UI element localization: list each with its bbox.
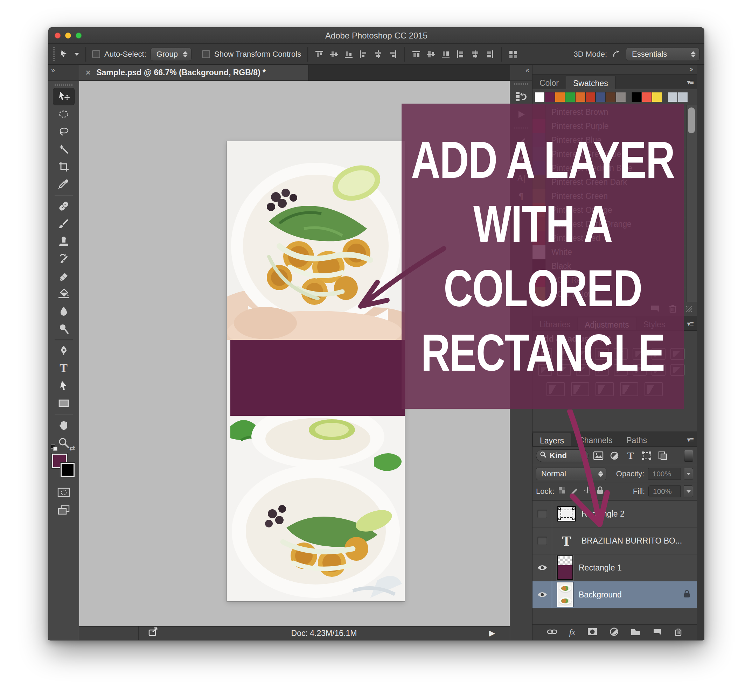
tab-layers[interactable]: Layers bbox=[533, 433, 571, 446]
filter-shape-layers-icon[interactable] bbox=[640, 450, 653, 461]
dock-collapse[interactable]: « bbox=[510, 65, 532, 81]
distribute-left-edges-icon[interactable] bbox=[455, 49, 466, 59]
lock-pixels-icon[interactable] bbox=[571, 486, 578, 496]
tool-history-brush[interactable] bbox=[53, 250, 75, 267]
align-right-edges-icon[interactable] bbox=[388, 49, 398, 59]
align-bottom-edges-icon[interactable] bbox=[343, 49, 354, 59]
tool-crop[interactable] bbox=[53, 158, 75, 175]
move-tool-options-icon[interactable] bbox=[59, 49, 70, 59]
swatch-chip[interactable] bbox=[595, 92, 606, 102]
tool-pen[interactable] bbox=[53, 342, 75, 359]
text-layer-thumbnail[interactable]: T bbox=[557, 533, 576, 549]
tab-channels[interactable]: Channels bbox=[571, 433, 619, 446]
tool-preset-caret-icon[interactable] bbox=[74, 53, 79, 56]
swatch-chip[interactable] bbox=[565, 92, 575, 102]
swatch-chip[interactable] bbox=[585, 92, 595, 102]
swatch-chip[interactable] bbox=[668, 92, 678, 102]
document-tab[interactable]: × Sample.psd @ 66.7% (Background, RGB/8)… bbox=[79, 65, 308, 81]
layer-style-icon[interactable]: fx bbox=[569, 627, 575, 637]
filter-type-layers-icon[interactable]: T bbox=[624, 450, 637, 461]
tab-swatches[interactable]: Swatches bbox=[566, 76, 615, 89]
new-layer-icon[interactable] bbox=[653, 627, 662, 637]
tool-move[interactable] bbox=[53, 88, 75, 106]
shape-layer-thumbnail[interactable] bbox=[557, 506, 576, 522]
resize-grip[interactable] bbox=[686, 306, 692, 312]
psd-document[interactable] bbox=[227, 141, 405, 601]
align-horizontal-centers-icon[interactable] bbox=[373, 49, 383, 59]
blend-mode-dropdown[interactable]: Normal bbox=[536, 467, 606, 480]
lock-all-icon[interactable] bbox=[597, 486, 604, 497]
history-panel-icon[interactable] bbox=[510, 87, 532, 106]
filter-smart-objects-icon[interactable] bbox=[656, 450, 669, 461]
tool-magic-wand[interactable] bbox=[53, 140, 75, 158]
colored-rectangle-layer[interactable] bbox=[230, 340, 405, 416]
tool-paint-bucket[interactable] bbox=[53, 285, 75, 303]
filter-toggle-switch[interactable] bbox=[684, 450, 693, 462]
layer-row[interactable]: TBRAZILIAN BURRITO BO... bbox=[533, 528, 697, 554]
align-top-edges-icon[interactable] bbox=[314, 49, 325, 59]
tool-hand[interactable] bbox=[53, 416, 75, 434]
swatch-chip[interactable] bbox=[534, 92, 545, 102]
tab-color[interactable]: Color bbox=[533, 76, 566, 89]
rectangle-layer-thumbnail[interactable] bbox=[557, 556, 573, 580]
lock-transparency-icon[interactable] bbox=[558, 486, 566, 496]
swatch-chip[interactable] bbox=[575, 92, 585, 102]
tab-paths[interactable]: Paths bbox=[619, 433, 654, 446]
swatch-chip[interactable] bbox=[545, 92, 555, 102]
tool-eyedropper[interactable] bbox=[53, 175, 75, 193]
scroll-thumb[interactable] bbox=[688, 107, 695, 133]
distribute-top-edges-icon[interactable] bbox=[411, 49, 421, 59]
panel-collapse[interactable]: » bbox=[533, 65, 697, 75]
swatch-chip[interactable] bbox=[606, 92, 616, 102]
filter-pixel-layers-icon[interactable] bbox=[592, 450, 604, 461]
new-group-icon[interactable] bbox=[631, 627, 641, 637]
layer-visibility-empty[interactable] bbox=[533, 500, 552, 527]
layer-filter-kind-dropdown[interactable]: Kind bbox=[536, 449, 589, 462]
panel-menu-icon[interactable]: ▾≡ bbox=[687, 78, 693, 87]
distribute-bottom-edges-icon[interactable] bbox=[440, 49, 451, 59]
fill-caret[interactable] bbox=[684, 486, 693, 497]
lock-position-icon[interactable] bbox=[583, 486, 592, 497]
filter-adjustment-layers-icon[interactable] bbox=[608, 450, 621, 461]
layer-row[interactable]: Rectangle 2 bbox=[533, 500, 697, 528]
tool-marquee[interactable] bbox=[53, 106, 75, 123]
swatch-chip[interactable] bbox=[616, 92, 626, 102]
share-icon[interactable] bbox=[148, 627, 159, 639]
default-colors-icon[interactable] bbox=[51, 444, 60, 452]
distribute-right-edges-icon[interactable] bbox=[485, 49, 495, 59]
opacity-field[interactable]: 100% bbox=[648, 468, 681, 480]
3d-orbit-icon[interactable] bbox=[611, 49, 622, 59]
layer-visibility-eye-icon[interactable] bbox=[533, 554, 552, 581]
opacity-caret[interactable] bbox=[684, 468, 693, 480]
panel-menu-icon[interactable]: ▾≡ bbox=[687, 320, 693, 328]
tool-type[interactable]: T bbox=[53, 359, 75, 377]
align-vertical-centers-icon[interactable] bbox=[329, 49, 339, 59]
tool-path-select[interactable] bbox=[53, 377, 75, 394]
delete-layer-icon[interactable] bbox=[674, 627, 682, 638]
close-tab-icon[interactable]: × bbox=[85, 67, 91, 78]
doc-size-info[interactable]: Doc: 4.23M/16.1M bbox=[159, 629, 489, 638]
background-color-swatch[interactable] bbox=[61, 463, 75, 477]
rail-collapse[interactable]: » bbox=[48, 65, 79, 81]
tool-eraser[interactable] bbox=[53, 267, 75, 285]
swatch-scrollbar[interactable] bbox=[686, 106, 697, 302]
quick-mask-button[interactable] bbox=[53, 484, 75, 501]
swatch-chip[interactable] bbox=[678, 92, 688, 102]
zoom-level-field[interactable] bbox=[79, 627, 139, 640]
tool-clone-stamp[interactable] bbox=[53, 233, 75, 250]
tool-brush[interactable] bbox=[53, 215, 75, 233]
tool-dodge[interactable] bbox=[53, 320, 75, 337]
tool-shape[interactable] bbox=[53, 394, 75, 412]
swatch-chip[interactable] bbox=[642, 92, 652, 102]
layer-visibility-eye-icon[interactable] bbox=[533, 581, 552, 608]
auto-select-checkbox[interactable] bbox=[92, 50, 100, 58]
tool-healing-brush[interactable] bbox=[53, 197, 75, 215]
distribute-horizontal-centers-icon[interactable] bbox=[470, 49, 480, 59]
link-layers-icon[interactable] bbox=[547, 628, 557, 637]
show-transform-checkbox[interactable] bbox=[202, 50, 210, 58]
distribute-horizontally-icon[interactable] bbox=[508, 49, 519, 59]
layer-visibility-empty[interactable] bbox=[533, 528, 552, 554]
align-left-edges-icon[interactable] bbox=[358, 49, 369, 59]
layer-row[interactable]: Rectangle 1 bbox=[533, 554, 697, 581]
background-layer-thumbnail[interactable] bbox=[557, 582, 573, 607]
